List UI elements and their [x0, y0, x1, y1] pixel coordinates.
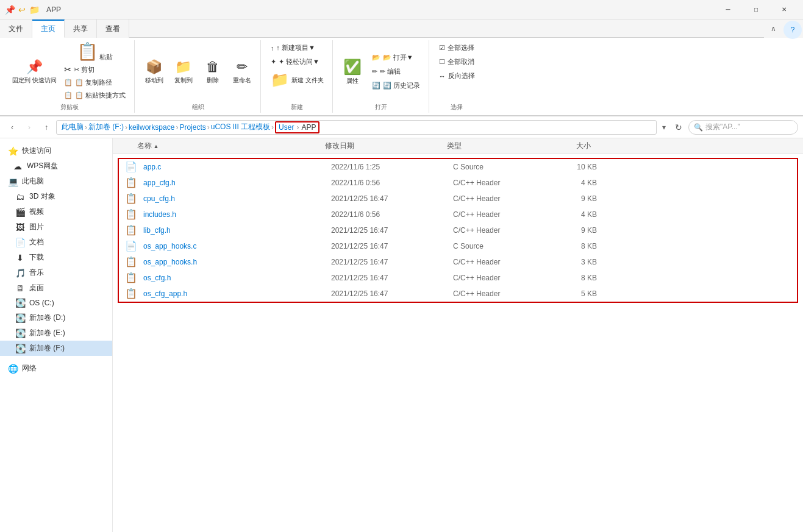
table-row[interactable]: 📋 os_app_hooks.h 2021/12/25 16:47 C/C++ …: [119, 254, 797, 270]
undo-icon[interactable]: ↩: [17, 5, 27, 15]
col-header-size[interactable]: 大小: [552, 141, 601, 151]
table-row[interactable]: 📋 cpu_cfg.h 2021/12/25 16:47 C/C++ Heade…: [119, 191, 797, 207]
rename-button[interactable]: ✏ 重命名: [229, 57, 255, 87]
table-row[interactable]: 📋 os_cfg_app.h 2021/12/25 16:47 C/C++ He…: [119, 286, 797, 302]
tab-share[interactable]: 共享: [65, 20, 97, 38]
drive-d-icon: 💽: [15, 313, 26, 323]
paste-shortcut-button[interactable]: 📋 📋 粘贴快捷方式: [60, 89, 129, 102]
maximize-button[interactable]: □: [742, 0, 770, 20]
file-size: 4 KB: [558, 179, 607, 187]
sidebar-item-pictures[interactable]: 🖼 图片: [0, 219, 112, 235]
deselect-all-button[interactable]: ☐ 全部取消: [435, 55, 478, 68]
refresh-button[interactable]: ↻: [671, 120, 686, 135]
titlebar-title: APP: [46, 5, 61, 14]
pin-quickaccess-button[interactable]: 📌 固定到 快速访问: [10, 58, 59, 86]
sidebar-item-osdrive[interactable]: 💽 OS (C:): [0, 296, 112, 310]
history-button[interactable]: 🔄 🔄 历史记录: [368, 79, 424, 92]
help-button[interactable]: ?: [783, 21, 802, 39]
ribbon-collapse-button[interactable]: ∧: [764, 20, 782, 38]
folder-icon[interactable]: 📁: [29, 5, 39, 15]
sidebar-label-wps: WPS网盘: [27, 161, 58, 171]
breadcrumb-computer[interactable]: 此电脑: [62, 122, 84, 132]
search-bar[interactable]: 🔍 搜索"AP...": [688, 120, 798, 135]
tab-view[interactable]: 查看: [97, 20, 129, 38]
properties-button[interactable]: ✅ 属性: [339, 57, 366, 87]
tab-file[interactable]: 文件: [0, 20, 32, 38]
breadcrumb-keilworkspace[interactable]: keilworkspace: [129, 123, 174, 132]
video-icon: 🎬: [15, 207, 26, 217]
sidebar-item-drivef[interactable]: 💽 新加卷 (F:): [0, 341, 112, 356]
breadcrumb-drive[interactable]: 新加卷 (F:): [88, 122, 124, 132]
tab-home[interactable]: 主页: [32, 20, 65, 38]
breadcrumb-user[interactable]: User: [279, 123, 294, 132]
addressbar: ‹ › ↑ 此电脑 › 新加卷 (F:) › keilworkspace › P…: [0, 116, 803, 138]
clipboard-label: 剪贴板: [60, 103, 79, 112]
table-row[interactable]: 📄 app.c 2022/11/6 1:25 C Source 10 KB: [119, 159, 797, 175]
drive-c-icon: 💽: [15, 298, 26, 308]
sidebar-label-video: 视频: [29, 207, 44, 217]
breadcrumb-dropdown[interactable]: ▾: [659, 120, 669, 135]
sidebar-item-drived[interactable]: 💽 新加卷 (D:): [0, 310, 112, 325]
sidebar-item-desktop[interactable]: 🖥 桌面: [0, 280, 112, 296]
cut-button[interactable]: ✂ ✂ 剪切: [60, 63, 129, 76]
copy-path-button[interactable]: 📋 📋 复制路径: [60, 76, 129, 89]
pin-icon[interactable]: 📌: [5, 5, 15, 15]
filelist-header: 名称 修改日期 类型 大小: [113, 138, 803, 154]
copy-to-button[interactable]: 📁 复制到: [170, 57, 197, 87]
file-icon: 📄: [119, 240, 143, 252]
ribbon-content: 📌 固定到 快速访问 📋 粘贴 ✂ ✂ 剪切 📋: [0, 38, 803, 116]
sidebar-item-downloads[interactable]: ⬇ 下载: [0, 250, 112, 265]
new-label: 新建: [291, 103, 303, 112]
new-item-button[interactable]: ↑ ↑ 新建项目▼: [267, 41, 319, 54]
table-row[interactable]: 📋 lib_cfg.h 2021/12/25 16:47 C/C++ Heade…: [119, 222, 797, 238]
sidebar-item-music[interactable]: 🎵 音乐: [0, 265, 112, 280]
sidebar-item-network[interactable]: 🌐 网络: [0, 361, 112, 376]
breadcrumb-ucos[interactable]: uCOS III 工程模板: [211, 122, 270, 132]
select-content: ☑ 全部选择 ☐ 全部取消 ↔ 反向选择: [435, 41, 479, 102]
move-to-button[interactable]: 📦 移动到: [141, 57, 168, 87]
close-button[interactable]: ✕: [770, 0, 798, 20]
open-content: ✅ 属性 📂 📂 打开▼ ✏ ✏ 编辑 🔄 🔄 历史记录: [339, 41, 424, 102]
sidebar-item-drivee[interactable]: 💽 新加卷 (E:): [0, 325, 112, 341]
select-all-button[interactable]: ☑ 全部选择: [435, 41, 478, 54]
ribbon-group-open: ✅ 属性 📂 📂 打开▼ ✏ ✏ 编辑 🔄 🔄 历史记录: [334, 40, 429, 113]
col-header-name[interactable]: 名称: [113, 141, 320, 151]
table-row[interactable]: 📄 os_app_hooks.c 2021/12/25 16:47 C Sour…: [119, 238, 797, 254]
col-header-date[interactable]: 修改日期: [320, 141, 442, 151]
breadcrumb-projects[interactable]: Projects: [179, 123, 205, 132]
table-row[interactable]: 📋 os_cfg.h 2021/12/25 16:47 C/C++ Header…: [119, 270, 797, 286]
file-type: C/C++ Header: [448, 289, 558, 298]
sidebar-label-quickaccess: 快速访问: [22, 146, 51, 156]
table-row[interactable]: 📋 includes.h 2022/11/6 0:56 C/C++ Header…: [119, 207, 797, 222]
col-header-type[interactable]: 类型: [442, 141, 552, 151]
ribbon-group-select: ☑ 全部选择 ☐ 全部取消 ↔ 反向选择 选择: [430, 40, 484, 113]
titlebar-icons: 📌 ↩ 📁: [5, 5, 39, 15]
file-date: 2022/11/6 0:56: [326, 210, 448, 219]
breadcrumb-bar: 此电脑 › 新加卷 (F:) › keilworkspace › Project…: [56, 120, 657, 135]
select-label: 选择: [451, 103, 463, 112]
table-row[interactable]: 📋 app_cfg.h 2022/11/6 0:56 C/C++ Header …: [119, 175, 797, 191]
sidebar-item-wps[interactable]: ☁ WPS网盘: [0, 158, 112, 174]
up-button[interactable]: ↑: [39, 120, 54, 135]
delete-button[interactable]: 🗑 删除: [199, 57, 226, 87]
sidebar-item-thispc[interactable]: 💻 此电脑: [0, 174, 112, 189]
sidebar-item-video[interactable]: 🎬 视频: [0, 204, 112, 219]
sidebar-item-3dobjects[interactable]: 🗂 3D 对象: [0, 189, 112, 204]
file-type: C Source: [448, 163, 558, 171]
back-button[interactable]: ‹: [5, 120, 20, 135]
invert-selection-button[interactable]: ↔ 反向选择: [435, 69, 479, 82]
file-name: includes.h: [143, 210, 326, 219]
sidebar-item-documents[interactable]: 📄 文档: [0, 235, 112, 250]
edit-button[interactable]: ✏ ✏ 编辑: [368, 65, 424, 78]
sidebar-item-quickaccess[interactable]: ⭐ 快速访问: [0, 143, 112, 158]
minimize-button[interactable]: ─: [714, 0, 742, 20]
file-name: os_cfg_app.h: [143, 289, 326, 298]
file-size: 9 KB: [558, 194, 607, 203]
paste-button[interactable]: 📋 粘贴: [60, 41, 129, 62]
file-size: 10 KB: [558, 163, 607, 171]
easy-access-button[interactable]: ✦ ✦ 轻松访问▼: [267, 55, 323, 68]
forward-button[interactable]: ›: [22, 120, 37, 135]
open-button[interactable]: 📂 📂 打开▼: [368, 51, 424, 64]
picture-icon: 🖼: [15, 222, 26, 232]
new-folder-button[interactable]: 📁 新建 文件夹: [267, 69, 327, 90]
